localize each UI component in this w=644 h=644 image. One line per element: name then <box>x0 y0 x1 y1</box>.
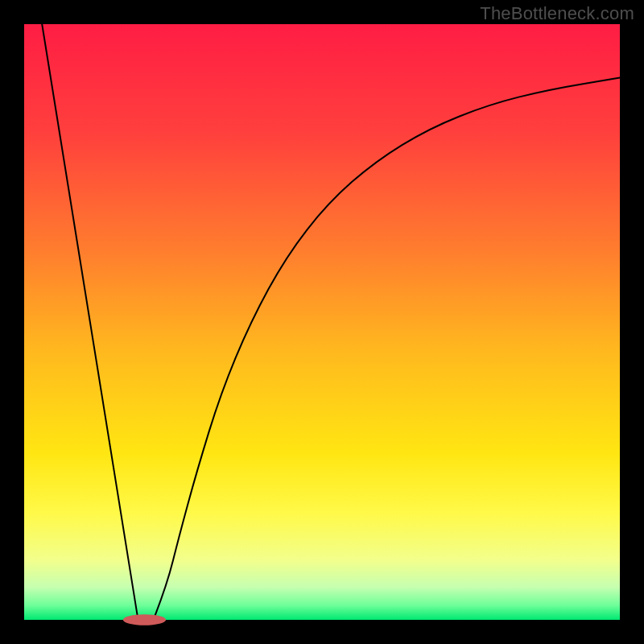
bottleneck-chart <box>0 0 644 644</box>
watermark-text: TheBottleneck.com <box>480 3 634 24</box>
figure-container: TheBottleneck.com <box>0 0 644 644</box>
